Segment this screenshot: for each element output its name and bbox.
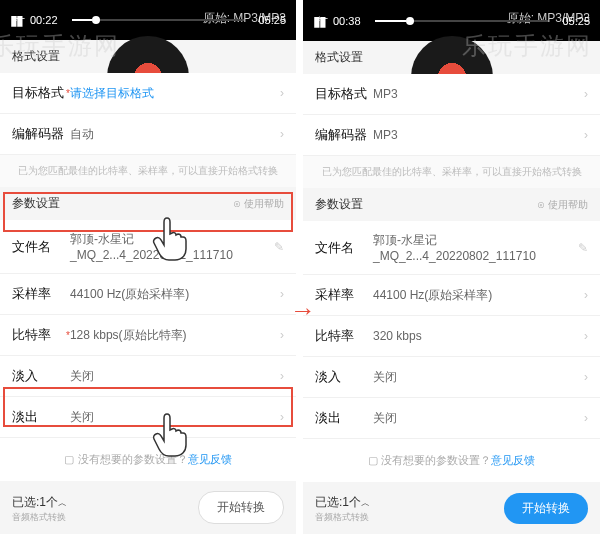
- selected-count[interactable]: 已选:1个︿: [12, 495, 67, 509]
- samplerate-value: 44100 Hz(原始采样率): [70, 286, 280, 303]
- arrow-right-icon: →: [290, 295, 316, 326]
- fadein-row[interactable]: 淡入 关闭 ›: [0, 356, 296, 397]
- chevron-right-icon: ›: [584, 370, 588, 384]
- filename-label: 文件名: [315, 239, 373, 257]
- chevron-right-icon: ›: [280, 127, 284, 141]
- start-convert-button[interactable]: 开始转换: [198, 491, 284, 524]
- filename-row[interactable]: 文件名 郭顶-水星记_MQ_2...4_20220802_111710 ✎: [0, 220, 296, 274]
- param-section-header: 参数设置⊙ 使用帮助: [0, 187, 296, 220]
- progress-bar[interactable]: [72, 19, 245, 21]
- bitrate-value: 320 kbps: [373, 329, 584, 343]
- filename-row[interactable]: 文件名 郭顶-水星记_MQ_2...4_20220802_111710 ✎: [303, 221, 600, 275]
- chevron-right-icon: ›: [584, 128, 588, 142]
- feedback-link[interactable]: 意见反馈: [188, 453, 232, 465]
- fadein-label: 淡入: [315, 368, 373, 386]
- fadeout-label: 淡出: [12, 408, 70, 426]
- selected-sub: 音频格式转换: [315, 511, 370, 524]
- edit-icon: ✎: [274, 240, 284, 254]
- fadein-value: 关闭: [70, 368, 280, 385]
- selected-count[interactable]: 已选:1个︿: [315, 495, 370, 509]
- pause-icon[interactable]: ▮▮: [313, 13, 325, 29]
- current-time: 00:38: [333, 15, 361, 27]
- footer: 已选:1个︿音频格式转换 开始转换: [303, 482, 600, 534]
- chevron-right-icon: ›: [584, 411, 588, 425]
- fadeout-label: 淡出: [315, 409, 373, 427]
- samplerate-row[interactable]: 采样率 44100 Hz(原始采样率) ›: [303, 275, 600, 316]
- feedback-text: ▢ 没有想要的参数设置？意见反馈: [0, 438, 296, 481]
- chevron-right-icon: ›: [280, 86, 284, 100]
- pause-icon[interactable]: ▮▮: [10, 12, 22, 28]
- duration: 05:25: [258, 14, 286, 26]
- target-format-value: MP3: [373, 87, 584, 101]
- filename-value: 郭顶-水星记_MQ_2...4_20220802_111710: [70, 231, 274, 262]
- chevron-right-icon: ›: [280, 287, 284, 301]
- chevron-right-icon: ›: [584, 329, 588, 343]
- bitrate-row[interactable]: 比特率 320 kbps ›: [303, 316, 600, 357]
- help-link[interactable]: ⊙ 使用帮助: [537, 198, 588, 212]
- samplerate-row[interactable]: 采样率 44100 Hz(原始采样率) ›: [0, 274, 296, 315]
- hint-text: 已为您匹配最佳的比特率、采样率，可以直接开始格式转换: [0, 155, 296, 187]
- chevron-right-icon: ›: [584, 288, 588, 302]
- player-area: ← 原始: MP3/MP3 ♪ ▮▮ 00:38 05:25: [303, 0, 600, 41]
- samplerate-label: 采样率: [12, 285, 70, 303]
- fadein-value: 关闭: [373, 369, 584, 386]
- codec-row[interactable]: 编解码器 自动 ›: [0, 114, 296, 155]
- hint-text: 已为您匹配最佳的比特率、采样率，可以直接开始格式转换: [303, 156, 600, 188]
- codec-value: MP3: [373, 128, 584, 142]
- footer: 已选:1个︿音频格式转换 开始转换: [0, 481, 296, 534]
- progress-bar[interactable]: [375, 20, 549, 22]
- chevron-right-icon: ›: [280, 328, 284, 342]
- target-format-value: 请选择目标格式: [70, 85, 280, 102]
- fadein-row[interactable]: 淡入 关闭 ›: [303, 357, 600, 398]
- target-format-label: 目标格式: [12, 84, 70, 102]
- target-format-label: 目标格式: [315, 85, 373, 103]
- chevron-right-icon: ›: [584, 87, 588, 101]
- fadeout-row[interactable]: 淡出 关闭 ›: [0, 397, 296, 438]
- fadein-label: 淡入: [12, 367, 70, 385]
- help-link[interactable]: ⊙ 使用帮助: [233, 197, 284, 211]
- selected-sub: 音频格式转换: [12, 511, 67, 524]
- samplerate-value: 44100 Hz(原始采样率): [373, 287, 584, 304]
- start-convert-button[interactable]: 开始转换: [504, 493, 588, 524]
- feedback-link[interactable]: 意见反馈: [491, 454, 535, 466]
- screen-after: ← 原始: MP3/MP3 ♪ ▮▮ 00:38 05:25 格式设置 目标格式…: [303, 0, 600, 534]
- fadeout-row[interactable]: 淡出 关闭 ›: [303, 398, 600, 439]
- bitrate-label: 比特率: [12, 326, 70, 344]
- bitrate-value: 128 kbps(原始比特率): [70, 327, 280, 344]
- fadeout-value: 关闭: [373, 410, 584, 427]
- target-format-row[interactable]: 目标格式 MP3 ›: [303, 74, 600, 115]
- screen-before: ← 原始: MP3/MP3 ♪ ▮▮ 00:22 05:25 格式设置 目标格式…: [0, 0, 297, 534]
- bitrate-label: 比特率: [315, 327, 373, 345]
- param-section-header: 参数设置⊙ 使用帮助: [303, 188, 600, 221]
- codec-label: 编解码器: [12, 125, 70, 143]
- edit-icon: ✎: [578, 241, 588, 255]
- duration: 05:25: [562, 15, 590, 27]
- chevron-right-icon: ›: [280, 369, 284, 383]
- samplerate-label: 采样率: [315, 286, 373, 304]
- codec-row[interactable]: 编解码器 MP3 ›: [303, 115, 600, 156]
- player-area: ← 原始: MP3/MP3 ♪ ▮▮ 00:22 05:25: [0, 0, 296, 40]
- codec-value: 自动: [70, 126, 280, 143]
- feedback-text: ▢ 没有想要的参数设置？意见反馈: [303, 439, 600, 482]
- target-format-row[interactable]: 目标格式* 请选择目标格式 ›: [0, 73, 296, 114]
- current-time: 00:22: [30, 14, 58, 26]
- bitrate-row[interactable]: 比特率* 128 kbps(原始比特率) ›: [0, 315, 296, 356]
- codec-label: 编解码器: [315, 126, 373, 144]
- chevron-right-icon: ›: [280, 410, 284, 424]
- filename-label: 文件名: [12, 238, 70, 256]
- fadeout-value: 关闭: [70, 409, 280, 426]
- filename-value: 郭顶-水星记_MQ_2...4_20220802_111710: [373, 232, 578, 263]
